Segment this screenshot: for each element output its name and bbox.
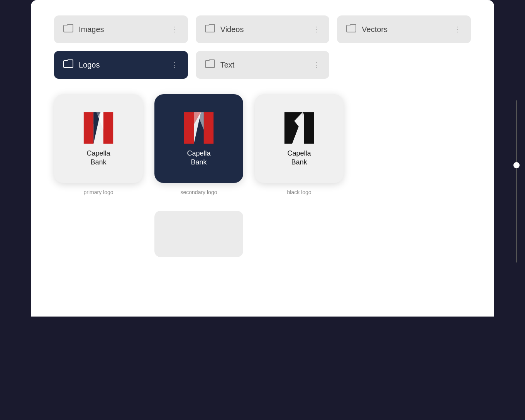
folders-row-2: Logos ⋮ Text ⋮: [54, 51, 471, 79]
folder-label-videos: Videos: [220, 25, 244, 34]
folder-vectors[interactable]: Vectors ⋮: [337, 15, 471, 43]
ghost-card: [154, 211, 243, 257]
svg-rect-6: [204, 112, 213, 144]
folder-label-logos: Logos: [79, 61, 100, 69]
logo-black-text: CapellaBank: [287, 149, 311, 167]
folder-images[interactable]: Images ⋮: [54, 15, 188, 43]
logo-item-primary[interactable]: CapellaBank primary logo: [54, 94, 143, 195]
folder-icon-vectors: [346, 24, 356, 35]
logo-secondary-label: secondary logo: [181, 189, 217, 195]
folder-label-images: Images: [79, 25, 104, 34]
folder-logos-left: Logos: [63, 59, 100, 70]
scrollbar-track: [516, 100, 517, 262]
folder-icon-text: [205, 59, 215, 70]
folder-label-text: Text: [220, 61, 235, 69]
folder-icon-images: [63, 24, 73, 35]
dots-menu-logos[interactable]: ⋮: [171, 61, 179, 69]
folder-icon-videos: [205, 24, 215, 35]
dots-menu-images[interactable]: ⋮: [171, 25, 179, 34]
logo-secondary-text: CapellaBank: [187, 149, 210, 167]
folder-logos[interactable]: Logos ⋮: [54, 51, 188, 79]
svg-rect-1: [103, 112, 113, 144]
folder-videos-left: Videos: [205, 24, 244, 35]
logo-card-secondary[interactable]: CapellaBank: [154, 94, 243, 183]
logo-item-secondary[interactable]: CapellaBank secondary logo: [154, 94, 243, 195]
dots-menu-text[interactable]: ⋮: [313, 61, 320, 69]
logo-primary-text: CapellaBank: [86, 149, 110, 167]
svg-rect-11: [304, 112, 314, 144]
main-panel: Images ⋮ Videos ⋮: [31, 0, 494, 317]
logo-secondary-content: CapellaBank: [154, 94, 243, 183]
folder-text[interactable]: Text ⋮: [196, 51, 330, 79]
logo-primary-label: primary logo: [83, 189, 113, 195]
logo-primary-content: CapellaBank: [54, 94, 143, 183]
logo-item-black[interactable]: CapellaBank black logo: [255, 94, 344, 195]
ghost-placeholder-area: [154, 211, 471, 257]
folder-icon-logos: [63, 59, 73, 70]
folder-videos[interactable]: Videos ⋮: [196, 15, 330, 43]
dots-menu-videos[interactable]: ⋮: [313, 25, 320, 34]
logo-card-primary[interactable]: CapellaBank: [54, 94, 143, 183]
dots-menu-vectors[interactable]: ⋮: [454, 25, 462, 34]
scrollbar-thumb[interactable]: [513, 162, 520, 168]
logo-card-black[interactable]: CapellaBank: [255, 94, 344, 183]
folder-vectors-left: Vectors: [346, 24, 388, 35]
folder-text-left: Text: [205, 59, 235, 70]
svg-rect-5: [184, 112, 194, 144]
logo-black-label: black logo: [287, 189, 311, 195]
folder-label-vectors: Vectors: [362, 25, 388, 34]
logo-black-content: CapellaBank: [255, 94, 344, 183]
svg-rect-0: [84, 112, 93, 144]
svg-rect-10: [285, 112, 292, 144]
logos-section: CapellaBank primary logo: [54, 94, 471, 207]
folders-row-1: Images ⋮ Videos ⋮: [54, 15, 471, 43]
folder-images-left: Images: [63, 24, 104, 35]
